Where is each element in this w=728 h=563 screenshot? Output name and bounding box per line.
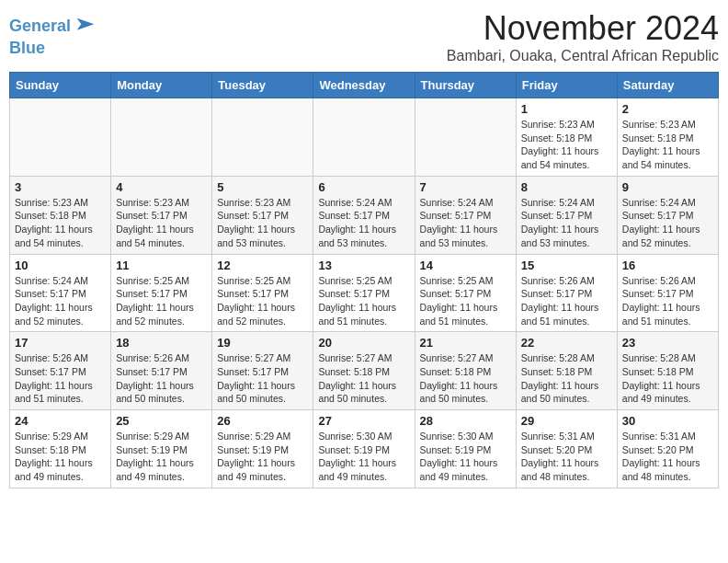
weekday-header-wednesday: Wednesday [313,73,415,98]
calendar-cell: 20Sunrise: 5:27 AMSunset: 5:18 PMDayligh… [313,332,415,410]
calendar-cell: 26Sunrise: 5:29 AMSunset: 5:19 PMDayligh… [212,410,313,488]
day-info: Sunrise: 5:23 AMSunset: 5:18 PMDaylight:… [622,118,713,172]
day-number: 25 [116,414,207,428]
calendar-cell: 7Sunrise: 5:24 AMSunset: 5:17 PMDaylight… [415,176,516,254]
calendar-cell [313,98,415,177]
day-info: Sunrise: 5:24 AMSunset: 5:17 PMDaylight:… [622,196,713,250]
calendar-cell: 30Sunrise: 5:31 AMSunset: 5:20 PMDayligh… [617,410,718,488]
day-number: 7 [420,180,511,194]
calendar-cell: 18Sunrise: 5:26 AMSunset: 5:17 PMDayligh… [111,332,212,410]
day-info: Sunrise: 5:29 AMSunset: 5:19 PMDaylight:… [217,430,308,484]
weekday-header-saturday: Saturday [617,73,718,98]
day-info: Sunrise: 5:24 AMSunset: 5:17 PMDaylight:… [318,196,409,250]
logo: General Blue [9,14,98,58]
day-info: Sunrise: 5:24 AMSunset: 5:17 PMDaylight:… [15,274,106,328]
day-number: 20 [318,336,409,350]
day-number: 13 [318,259,409,272]
day-info: Sunrise: 5:30 AMSunset: 5:19 PMDaylight:… [420,430,511,484]
calendar-cell: 17Sunrise: 5:26 AMSunset: 5:17 PMDayligh… [10,332,111,410]
calendar-cell: 2Sunrise: 5:23 AMSunset: 5:18 PMDaylight… [617,98,718,177]
calendar-cell: 9Sunrise: 5:24 AMSunset: 5:17 PMDaylight… [617,176,718,254]
day-number: 9 [622,180,713,194]
day-info: Sunrise: 5:23 AMSunset: 5:17 PMDaylight:… [217,196,308,250]
calendar-cell: 21Sunrise: 5:27 AMSunset: 5:18 PMDayligh… [415,332,516,410]
logo-icon [73,14,98,40]
calendar-cell [111,98,212,177]
day-info: Sunrise: 5:28 AMSunset: 5:18 PMDaylight:… [521,351,612,406]
page-header: General Blue November 2024 Bambari, Ouak… [9,9,719,64]
day-info: Sunrise: 5:31 AMSunset: 5:20 PMDaylight:… [622,430,713,484]
calendar-table: SundayMondayTuesdayWednesdayThursdayFrid… [9,72,719,488]
day-info: Sunrise: 5:31 AMSunset: 5:20 PMDaylight:… [521,430,612,484]
calendar-cell: 14Sunrise: 5:25 AMSunset: 5:17 PMDayligh… [415,254,516,332]
logo-subtext: Blue [9,40,98,58]
calendar-cell: 8Sunrise: 5:24 AMSunset: 5:17 PMDaylight… [516,176,617,254]
day-number: 16 [622,259,713,272]
location-title: Bambari, Ouaka, Central African Republic [447,48,719,64]
day-number: 2 [622,102,713,116]
day-number: 8 [521,180,612,194]
day-info: Sunrise: 5:26 AMSunset: 5:17 PMDaylight:… [521,274,612,328]
day-info: Sunrise: 5:26 AMSunset: 5:17 PMDaylight:… [622,274,713,328]
day-info: Sunrise: 5:23 AMSunset: 5:17 PMDaylight:… [116,196,207,250]
day-number: 27 [318,414,409,428]
day-number: 3 [15,180,106,194]
day-number: 29 [521,414,612,428]
day-number: 10 [15,259,106,272]
weekday-header-row: SundayMondayTuesdayWednesdayThursdayFrid… [10,73,719,98]
day-info: Sunrise: 5:25 AMSunset: 5:17 PMDaylight:… [420,274,511,328]
day-number: 1 [521,102,612,116]
week-row-2: 3Sunrise: 5:23 AMSunset: 5:18 PMDaylight… [10,176,719,254]
weekday-header-tuesday: Tuesday [212,73,313,98]
logo-text: General [9,17,71,36]
week-row-5: 24Sunrise: 5:29 AMSunset: 5:18 PMDayligh… [10,410,719,488]
day-number: 22 [521,336,612,350]
day-number: 18 [116,336,207,350]
calendar-cell: 16Sunrise: 5:26 AMSunset: 5:17 PMDayligh… [617,254,718,332]
calendar-cell: 27Sunrise: 5:30 AMSunset: 5:19 PMDayligh… [313,410,415,488]
day-number: 12 [217,259,308,272]
calendar-cell: 13Sunrise: 5:25 AMSunset: 5:17 PMDayligh… [313,254,415,332]
day-info: Sunrise: 5:26 AMSunset: 5:17 PMDaylight:… [116,351,207,406]
week-row-4: 17Sunrise: 5:26 AMSunset: 5:17 PMDayligh… [10,332,719,410]
day-number: 23 [622,336,713,350]
weekday-header-thursday: Thursday [415,73,516,98]
day-info: Sunrise: 5:27 AMSunset: 5:17 PMDaylight:… [217,351,308,406]
day-number: 14 [420,259,511,272]
month-title: November 2024 [447,9,719,48]
day-info: Sunrise: 5:27 AMSunset: 5:18 PMDaylight:… [318,351,409,406]
day-number: 21 [420,336,511,350]
calendar-cell: 15Sunrise: 5:26 AMSunset: 5:17 PMDayligh… [516,254,617,332]
calendar-cell: 6Sunrise: 5:24 AMSunset: 5:17 PMDaylight… [313,176,415,254]
calendar-cell [212,98,313,177]
calendar-cell: 1Sunrise: 5:23 AMSunset: 5:18 PMDaylight… [516,98,617,177]
day-number: 19 [217,336,308,350]
day-number: 28 [420,414,511,428]
calendar-cell: 24Sunrise: 5:29 AMSunset: 5:18 PMDayligh… [10,410,111,488]
day-info: Sunrise: 5:24 AMSunset: 5:17 PMDaylight:… [521,196,612,250]
calendar-cell: 12Sunrise: 5:25 AMSunset: 5:17 PMDayligh… [212,254,313,332]
day-info: Sunrise: 5:29 AMSunset: 5:18 PMDaylight:… [15,430,106,484]
day-info: Sunrise: 5:30 AMSunset: 5:19 PMDaylight:… [318,430,409,484]
day-number: 26 [217,414,308,428]
calendar-cell: 5Sunrise: 5:23 AMSunset: 5:17 PMDaylight… [212,176,313,254]
calendar-cell: 3Sunrise: 5:23 AMSunset: 5:18 PMDaylight… [10,176,111,254]
calendar-cell: 25Sunrise: 5:29 AMSunset: 5:19 PMDayligh… [111,410,212,488]
day-info: Sunrise: 5:26 AMSunset: 5:17 PMDaylight:… [15,351,106,406]
day-info: Sunrise: 5:25 AMSunset: 5:17 PMDaylight:… [217,274,308,328]
weekday-header-friday: Friday [516,73,617,98]
day-info: Sunrise: 5:25 AMSunset: 5:17 PMDaylight:… [116,274,207,328]
day-info: Sunrise: 5:23 AMSunset: 5:18 PMDaylight:… [521,118,612,172]
calendar-cell: 11Sunrise: 5:25 AMSunset: 5:17 PMDayligh… [111,254,212,332]
day-number: 4 [116,180,207,194]
svg-marker-0 [77,18,95,30]
day-info: Sunrise: 5:27 AMSunset: 5:18 PMDaylight:… [420,351,511,406]
day-number: 6 [318,180,409,194]
day-number: 15 [521,259,612,272]
calendar-cell: 4Sunrise: 5:23 AMSunset: 5:17 PMDaylight… [111,176,212,254]
day-info: Sunrise: 5:25 AMSunset: 5:17 PMDaylight:… [318,274,409,328]
title-section: November 2024 Bambari, Ouaka, Central Af… [447,9,719,64]
calendar-cell: 23Sunrise: 5:28 AMSunset: 5:18 PMDayligh… [617,332,718,410]
calendar-cell: 10Sunrise: 5:24 AMSunset: 5:17 PMDayligh… [10,254,111,332]
calendar-cell [415,98,516,177]
